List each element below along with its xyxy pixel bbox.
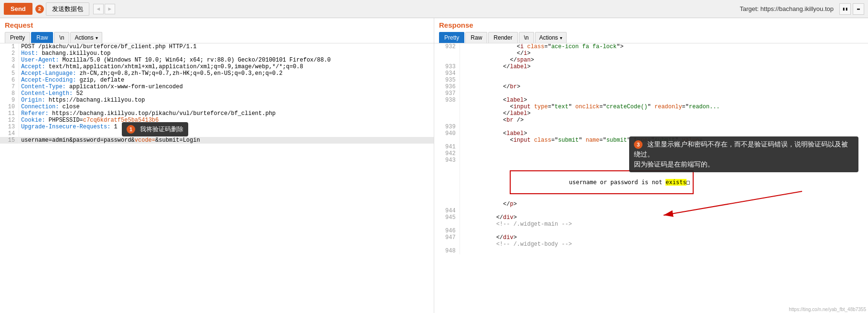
line-num [434,221,460,228]
request-title: Request [5,21,429,29]
table-row: 945 </div> [434,214,868,221]
tab-actions-request[interactable]: Actions [70,32,102,43]
send-data-button[interactable]: 发送数据包 [46,2,89,16]
line-content: <input class="submit" name="submit" type… [460,137,868,144]
line-content [19,130,434,137]
line-content [460,157,868,164]
line-content: Content-Length: 52 [19,90,434,97]
line-content: </div> [460,214,868,221]
table-row: 948 [434,248,868,254]
table-row: 4 Accept: text/html,application/xhtml+xm… [0,63,434,70]
tab-actions-response[interactable]: Actions [535,32,567,43]
table-row: 10 Connection: close [0,104,434,110]
line-content: <!-- /.widget-body --> [460,241,868,248]
line-num: 11 [0,110,19,117]
line-content [460,228,868,234]
line-content: <label> [460,130,868,137]
table-row: <!-- /.widget-main --> [434,221,868,228]
line-content: </p> [460,201,868,208]
table-row: 5 Accept-Language: zh-CN,zh;q=0.8,zh-TW;… [0,70,434,77]
table-row: 940 <label> [434,130,868,137]
line-content: <label> [460,97,868,104]
layout-icons: ▮▮ ▬ [839,3,864,15]
table-row: 941 [434,144,868,150]
line-num: 947 [434,234,460,241]
line-content: <br /> [460,117,868,124]
table-row: 7 Content-Type: application/x-www-form-u… [0,83,434,90]
request-code-table: 1 POST /pikachu/vul/burteforce/bf_client… [0,43,434,144]
line-num [434,104,460,110]
table-row: <input class="submit" name="submit" type… [434,137,868,144]
tab-raw-response[interactable]: Raw [465,32,487,43]
request-panel: Request Pretty Raw \n Actions 1 POST /pi… [0,18,434,313]
request-code-area[interactable]: 1 POST /pikachu/vul/burteforce/bf_client… [0,43,434,313]
response-panel: Response Pretty Raw Render \n Actions 93… [434,18,868,313]
nav-arrows: ◀ ▶ [93,4,115,14]
line-content [460,208,868,214]
request-tab-bar: Pretty Raw \n Actions [5,32,429,43]
line-content: <i class="ace-icon fa fa-lock"> [460,43,868,50]
tab-n-response[interactable]: \n [519,32,534,43]
nav-back-arrow[interactable]: ◀ [93,4,104,14]
main-panels: Request Pretty Raw \n Actions 1 POST /pi… [0,18,868,313]
table-row: 13 Upgrade-Insecure-Requests: 1 [0,124,434,130]
line-num: 946 [434,228,460,234]
line-num: 948 [434,248,460,254]
table-row: </span> [434,57,868,63]
table-row: 939 [434,124,868,130]
toolbar: Send 2 发送数据包 ◀ ▶ Target: https://bachang… [0,0,868,18]
table-row: 937 [434,90,868,97]
line-num: 934 [434,70,460,77]
table-row: username or password is not exists□ [434,164,868,201]
line-num: 5 [0,70,19,77]
table-row: <input type="text" onclick="createCode()… [434,104,868,110]
line-num [434,137,460,144]
table-row: 3 User-Agent: Mozilla/5.0 (Windows NT 10… [0,57,434,63]
line-content: Upgrade-Insecure-Requests: 1 [19,124,434,130]
line-num [434,201,460,208]
line-num [434,164,460,201]
badge-2: 2 [35,5,44,13]
line-num: 940 [434,130,460,137]
line-num: 15 [0,137,19,144]
line-num: 2 [0,50,19,57]
table-row: </i> [434,50,868,57]
table-row: 934 [434,70,868,77]
line-num: 935 [434,77,460,83]
line-num: 942 [434,150,460,157]
response-code-area[interactable]: 932 <i class="ace-icon fa fa-lock"> </i>… [434,43,868,313]
nav-forward-arrow[interactable]: ▶ [105,4,115,14]
line-content: <input type="text" onclick="createCode()… [460,104,868,110]
line-content [460,248,868,254]
line-num [434,241,460,248]
line-content: </label> [460,110,868,117]
table-row: <!-- /.widget-body --> [434,241,868,248]
send-button[interactable]: Send [4,3,32,15]
line-num: 939 [434,124,460,130]
line-num: 937 [434,90,460,97]
line-num: 6 [0,77,19,83]
layout-split-icon[interactable]: ▮▮ [839,3,851,15]
table-row: 9 Origin: https://bachang.ikillyou.top [0,97,434,104]
table-row: 2 Host: bachang.ikillyou.top [0,50,434,57]
request-panel-header: Request Pretty Raw \n Actions [0,18,434,43]
line-num: 12 [0,117,19,124]
target-url: Target: https://bachang.ikillyou.top [739,5,834,12]
line-num: 941 [434,144,460,150]
result-box: username or password is not exists□ [510,170,693,194]
line-content [460,77,868,83]
line-num: 944 [434,208,460,214]
tab-pretty-request[interactable]: Pretty [5,32,30,43]
tab-n-request[interactable]: \n [54,32,69,43]
tab-render-response[interactable]: Render [488,32,517,43]
tab-pretty-response[interactable]: Pretty [439,32,464,43]
line-content: </div> [460,234,868,241]
line-content: Accept: text/html,application/xhtml+xml,… [19,63,434,70]
line-num [434,50,460,57]
table-row: 15 username=admin&password=password&vcod… [0,137,434,144]
layout-full-icon[interactable]: ▬ [853,3,864,15]
tab-raw-request[interactable]: Raw [31,32,53,43]
line-content [460,150,868,157]
line-num: 938 [434,97,460,104]
table-row: 936 </br> [434,83,868,90]
